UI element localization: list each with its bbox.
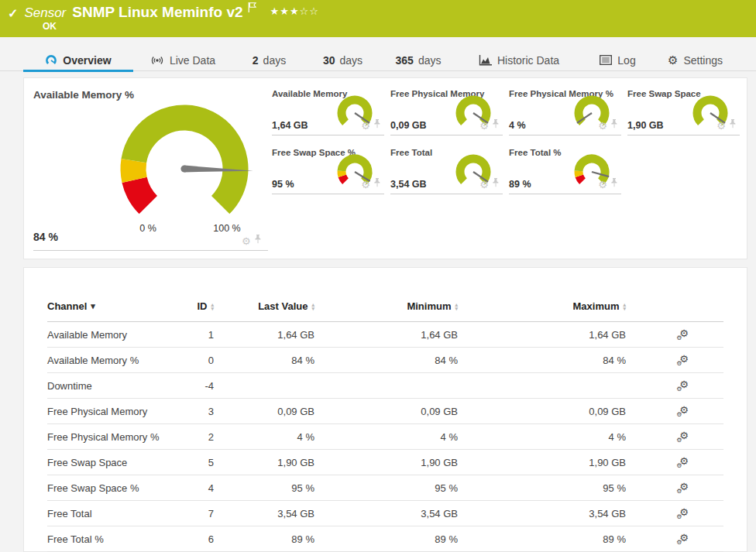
- channel-settings-icon[interactable]: ⚙⚙: [676, 327, 689, 342]
- tab-30-days[interactable]: 30 days: [306, 49, 380, 71]
- column-header-last-value[interactable]: Last Value ▴▾: [214, 300, 314, 312]
- channels-panel: Channel ▾ ID ▴▾ Last Value ▴▾ Minimum ▴▾…: [23, 267, 747, 552]
- small-gauge-title: Free Total %: [509, 148, 562, 157]
- small-gauge-value: 89 %: [509, 179, 531, 190]
- gauge-pin-icon[interactable]: [373, 177, 381, 191]
- tab-2-days[interactable]: 2 days: [232, 49, 306, 71]
- main-gauge-dial: [99, 87, 270, 242]
- channel-settings-icon[interactable]: ⚙⚙: [676, 430, 689, 444]
- gauge-pin-icon[interactable]: [254, 234, 262, 248]
- gauge-pin-icon[interactable]: [373, 118, 381, 132]
- tab-historic-data[interactable]: Historic Data: [457, 49, 581, 71]
- tab-2-days-unit: days: [263, 54, 287, 67]
- priority-stars[interactable]: ★★★☆☆: [270, 5, 319, 17]
- column-header-minimum[interactable]: Minimum ▴▾: [314, 300, 458, 312]
- table-row: Free Swap Space % 4 95 % 95 % 95 % ⚙⚙: [47, 475, 723, 501]
- channel-last-value: 1,90 GB: [214, 457, 314, 468]
- tab-30-days-number: 30: [323, 54, 335, 67]
- gauge-gear-icon[interactable]: ⚙: [361, 121, 370, 131]
- channel-id: 4: [171, 482, 214, 494]
- small-gauge-value: 4 %: [509, 120, 526, 131]
- gauge-pin-icon[interactable]: [610, 118, 618, 132]
- channel-id: 0: [171, 355, 214, 366]
- channel-id: 7: [171, 508, 214, 519]
- tab-30-days-unit: days: [340, 54, 363, 67]
- gauge-icon: [45, 54, 57, 67]
- channel-id: 6: [171, 533, 214, 545]
- channel-minimum: 1,64 GB: [314, 329, 458, 341]
- gauge-pin-icon[interactable]: [492, 177, 500, 191]
- channel-settings-icon[interactable]: ⚙⚙: [676, 532, 689, 547]
- gauge-gear-icon[interactable]: ⚙: [242, 236, 251, 246]
- channel-table: Channel ▾ ID ▴▾ Last Value ▴▾ Minimum ▴▾…: [47, 268, 723, 552]
- channel-last-value: 3,54 GB: [214, 508, 314, 519]
- channel-maximum: 95 %: [458, 482, 626, 494]
- tab-365-days-unit: days: [418, 54, 442, 67]
- channel-id: -4: [171, 380, 214, 392]
- channel-minimum: 1,90 GB: [314, 457, 458, 468]
- channel-maximum: 4 %: [458, 431, 626, 443]
- channel-settings-icon[interactable]: ⚙⚙: [676, 353, 689, 368]
- gauge-gear-icon[interactable]: ⚙: [479, 180, 489, 190]
- tab-overview[interactable]: Overview: [23, 49, 133, 71]
- channel-name: Free Swap Space: [47, 457, 171, 468]
- channel-minimum: 89 %: [314, 533, 458, 545]
- gauge-gear-icon[interactable]: ⚙: [598, 180, 607, 190]
- channel-settings-icon[interactable]: ⚙⚙: [676, 506, 689, 521]
- tab-overview-label: Overview: [63, 54, 111, 67]
- tab-historic-data-label: Historic Data: [497, 54, 559, 67]
- main-gauge-divider: [33, 250, 268, 251]
- channel-settings-icon[interactable]: ⚙⚙: [676, 404, 689, 419]
- channel-id: 2: [171, 431, 214, 443]
- channel-settings-icon[interactable]: ⚙⚙: [676, 379, 689, 393]
- star-empty-icon[interactable]: ☆☆: [300, 5, 319, 17]
- channel-name: Free Physical Memory %: [47, 431, 171, 443]
- gauge-pin-icon[interactable]: [610, 177, 618, 191]
- channel-name: Free Swap Space %: [47, 482, 171, 494]
- tab-365-days[interactable]: 365 days: [380, 49, 457, 71]
- channel-maximum: 1,90 GB: [458, 457, 626, 468]
- channel-maximum: 89 %: [458, 533, 626, 545]
- small-gauge-cell: Available Memory 1,64 GB ⚙: [272, 87, 384, 135]
- tab-settings[interactable]: ⚙ Settings: [655, 49, 736, 71]
- log-list-icon: [600, 55, 612, 65]
- historic-chart-icon: [479, 55, 492, 66]
- column-header-id[interactable]: ID ▴▾: [171, 300, 214, 312]
- small-gauge-cell: Free Total % 89 % ⚙: [509, 146, 621, 194]
- column-header-maximum[interactable]: Maximum ▴▾: [458, 300, 626, 312]
- channel-last-value: 1,64 GB: [214, 329, 314, 341]
- tab-log[interactable]: Log: [581, 49, 655, 71]
- channel-minimum: 0,09 GB: [314, 406, 458, 417]
- channel-table-header: Channel ▾ ID ▴▾ Last Value ▴▾ Minimum ▴▾…: [47, 291, 723, 322]
- tab-bar: Overview Live Data 2 days 30 days 365 da…: [0, 49, 756, 71]
- channel-settings-icon[interactable]: ⚙⚙: [676, 481, 689, 495]
- main-gauge-value: 84 %: [33, 231, 58, 243]
- column-header-channel[interactable]: Channel ▾: [47, 300, 171, 312]
- gauge-pin-icon[interactable]: [492, 118, 500, 132]
- channel-name: Free Physical Memory: [47, 406, 171, 417]
- small-gauge-title: Free Total: [390, 148, 432, 157]
- channel-name: Available Memory: [47, 329, 171, 341]
- tab-365-days-number: 365: [396, 54, 414, 67]
- tab-settings-label: Settings: [683, 54, 723, 67]
- live-data-icon: [150, 55, 164, 66]
- channel-settings-icon[interactable]: ⚙⚙: [676, 455, 689, 470]
- gauge-gear-icon[interactable]: ⚙: [361, 180, 370, 190]
- small-gauge-cell: Free Swap Space 1,90 GB ⚙: [627, 87, 740, 135]
- channel-minimum: 4 %: [314, 431, 458, 443]
- channel-id: 3: [171, 406, 214, 417]
- main-gauge-max-label: 100 %: [204, 223, 250, 234]
- tab-live-data[interactable]: Live Data: [133, 49, 232, 71]
- small-gauge-value: 0,09 GB: [390, 120, 427, 131]
- gauge-gear-icon[interactable]: ⚙: [479, 121, 489, 131]
- gauge-pin-icon[interactable]: [729, 118, 737, 132]
- sensor-header: ✓ Sensor SNMP Linux Meminfo v2 ★★★☆☆ OK: [0, 0, 756, 37]
- gauge-gear-icon[interactable]: ⚙: [598, 121, 607, 131]
- flag-icon[interactable]: [248, 2, 256, 15]
- channel-minimum: 95 %: [314, 482, 458, 494]
- table-row: Available Memory % 0 84 % 84 % 84 % ⚙⚙: [47, 348, 723, 373]
- channel-maximum: 0,09 GB: [458, 406, 626, 417]
- tab-log-label: Log: [617, 54, 635, 67]
- gauge-gear-icon[interactable]: ⚙: [716, 121, 726, 131]
- star-filled-icon[interactable]: ★★★: [270, 5, 300, 17]
